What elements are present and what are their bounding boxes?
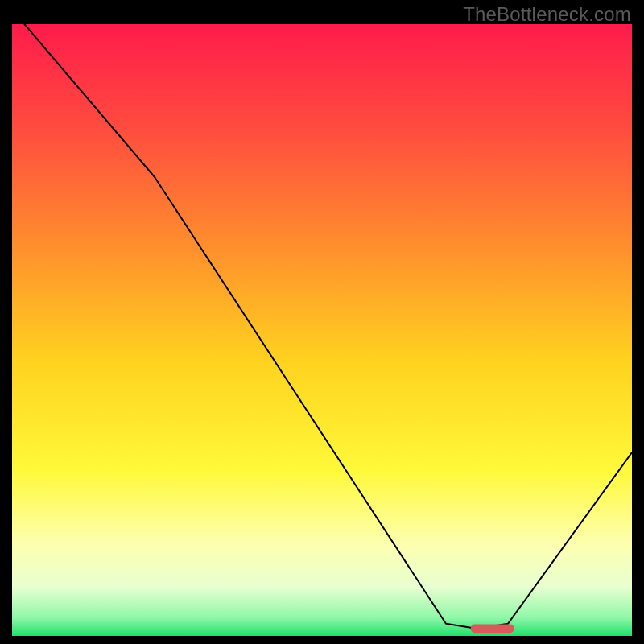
watermark-text: TheBottleneck.com: [463, 3, 631, 26]
chart-plot-area: [12, 24, 632, 636]
chart-frame: TheBottleneck.com: [0, 0, 644, 644]
target-bar-marker: [471, 625, 514, 634]
gradient-background: [12, 24, 632, 636]
chart-svg: [12, 24, 632, 636]
